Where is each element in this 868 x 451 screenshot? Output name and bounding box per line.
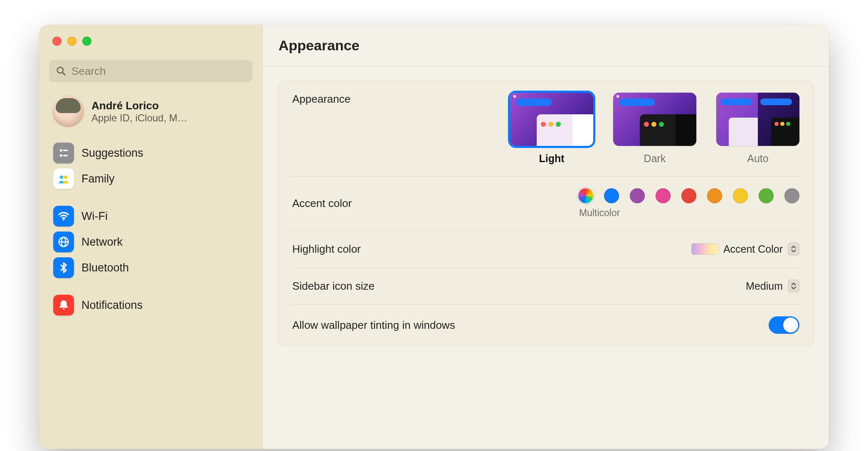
sidebar-item-suggestions[interactable]: Suggestions <box>49 140 252 165</box>
svg-rect-3 <box>63 150 68 151</box>
bluetooth-icon <box>53 257 74 278</box>
accent-swatch-graphite[interactable] <box>784 188 799 203</box>
row-label: Accent color <box>292 197 352 210</box>
sidebar-item-bluetooth[interactable]: Bluetooth <box>49 255 252 280</box>
accent-selected-label: Multicolor <box>578 207 620 219</box>
fullscreen-window-button[interactable] <box>82 37 91 46</box>
search-icon <box>56 66 67 76</box>
sidebar-item-family[interactable]: Family <box>49 166 252 191</box>
appearance-option-label: Auto <box>747 153 768 165</box>
appearance-thumb-auto <box>716 93 799 146</box>
sidebar-item-label: Family <box>81 173 115 185</box>
sidebar-nav: Suggestions Family Wi-Fi <box>47 140 255 329</box>
notifications-icon <box>53 295 74 315</box>
window-controls <box>47 37 255 46</box>
minimize-window-button[interactable] <box>67 37 76 46</box>
accent-swatch-blue[interactable] <box>604 188 619 203</box>
svg-point-0 <box>57 67 63 73</box>
appearance-option-light[interactable]: Light <box>510 93 593 165</box>
appearance-option-label: Dark <box>644 153 666 165</box>
sidebar-item-network[interactable]: Network <box>49 229 252 254</box>
network-icon <box>53 232 74 252</box>
highlight-color-value: Accent Color <box>723 243 783 255</box>
svg-point-6 <box>60 175 63 179</box>
accent-swatch-multicolor[interactable] <box>578 188 593 203</box>
wallpaper-tinting-toggle[interactable] <box>769 316 799 334</box>
accent-swatch-orange[interactable] <box>707 188 722 203</box>
accent-swatch-pink[interactable] <box>656 188 671 203</box>
svg-point-8 <box>63 219 64 221</box>
svg-rect-5 <box>63 155 68 157</box>
appearance-option-auto[interactable]: Auto <box>716 93 799 165</box>
sidebar-item-label: Notifications <box>81 299 143 312</box>
content-area: Appearance Appearance Light <box>263 25 829 449</box>
appearance-options: Light Dark <box>510 93 799 165</box>
row-label: Appearance <box>292 93 350 106</box>
settings-panel: Appearance Light <box>278 81 814 346</box>
sidebar-icon-size-select[interactable]: Medium <box>746 279 799 293</box>
sidebar-item-label: Bluetooth <box>81 261 129 274</box>
search-placeholder: Search <box>72 65 106 78</box>
wifi-icon <box>53 206 74 227</box>
toggle-knob <box>783 318 798 333</box>
sidebar-icon-size-value: Medium <box>746 280 783 292</box>
svg-point-2 <box>60 149 62 152</box>
sidebar-item-label: Suggestions <box>81 147 143 160</box>
appearance-thumb-light <box>510 93 593 146</box>
row-accent-color: Accent color Mul <box>291 177 801 231</box>
sidebar: Search André Lorico Apple ID, iCloud, M…… <box>39 25 263 449</box>
row-appearance: Appearance Light <box>291 81 801 177</box>
accent-color-swatches <box>578 188 799 203</box>
accent-swatch-red[interactable] <box>681 188 696 203</box>
svg-line-1 <box>62 72 65 75</box>
row-sidebar-icon-size: Sidebar icon size Medium <box>291 268 801 305</box>
svg-point-7 <box>64 175 67 179</box>
accent-swatch-yellow[interactable] <box>733 188 748 203</box>
avatar <box>52 96 84 127</box>
chevron-updown-icon <box>788 279 799 293</box>
accent-swatch-purple[interactable] <box>630 188 645 203</box>
appearance-thumb-dark <box>613 93 696 146</box>
row-label: Highlight color <box>292 243 361 256</box>
row-label: Allow wallpaper tinting in windows <box>292 319 455 332</box>
highlight-gradient-swatch <box>692 244 718 254</box>
titlebar: Appearance <box>263 25 829 67</box>
settings-window: Search André Lorico Apple ID, iCloud, M…… <box>39 25 829 449</box>
accent-swatch-green[interactable] <box>759 188 774 203</box>
close-window-button[interactable] <box>52 37 62 46</box>
user-subtitle: Apple ID, iCloud, M… <box>91 112 249 124</box>
family-icon <box>53 168 74 189</box>
svg-point-4 <box>60 154 62 157</box>
row-label: Sidebar icon size <box>292 280 375 293</box>
page-title: Appearance <box>279 37 360 54</box>
appearance-option-label: Light <box>539 153 564 165</box>
sidebar-item-label: Network <box>81 236 123 249</box>
row-highlight-color: Highlight color Accent Color <box>291 231 801 268</box>
user-name: André Lorico <box>91 99 249 112</box>
sidebar-item-label: Wi-Fi <box>81 210 108 223</box>
appearance-option-dark[interactable]: Dark <box>613 93 696 165</box>
row-wallpaper-tinting: Allow wallpaper tinting in windows <box>291 305 801 345</box>
sidebar-item-apple-id[interactable]: André Lorico Apple ID, iCloud, M… <box>49 91 252 131</box>
search-input[interactable]: Search <box>49 60 252 82</box>
highlight-color-select[interactable]: Accent Color <box>692 242 799 256</box>
suggestions-icon <box>53 143 74 163</box>
sidebar-item-notifications[interactable]: Notifications <box>49 293 252 318</box>
chevron-updown-icon <box>788 242 799 256</box>
sidebar-item-wifi[interactable]: Wi-Fi <box>49 204 252 229</box>
